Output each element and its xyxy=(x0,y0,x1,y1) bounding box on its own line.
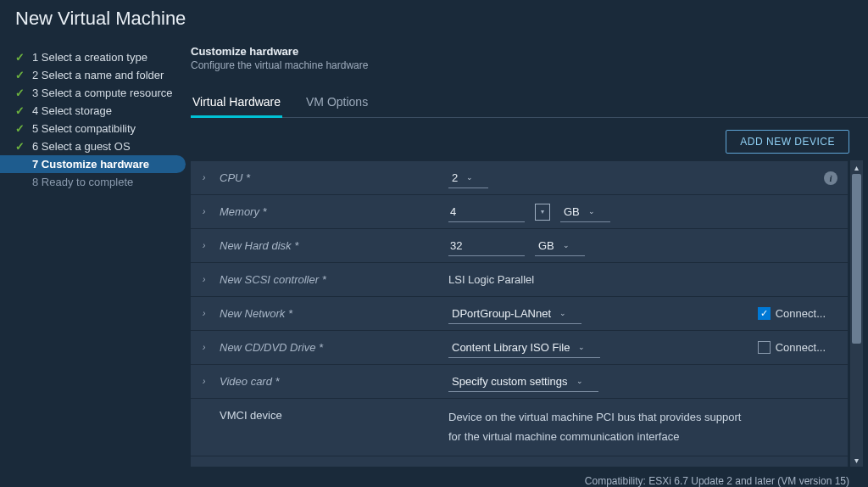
row-label: CPU * xyxy=(220,171,250,184)
row-hard-disk: ›New Hard disk * GB⌄ xyxy=(191,228,848,262)
check-icon: ✓ xyxy=(15,87,25,99)
chevron-down-icon: ⌄ xyxy=(559,309,566,317)
row-label: Video card * xyxy=(220,375,280,388)
wizard-step-3[interactable]: ✓3 Select a compute resource xyxy=(0,84,186,102)
check-icon: ✓ xyxy=(15,69,25,81)
row-video: ›Video card * Specify custom settings⌄ xyxy=(191,364,848,398)
add-new-device-button[interactable]: ADD NEW DEVICE xyxy=(726,130,849,154)
cdrom-connect-checkbox[interactable] xyxy=(758,341,771,354)
scsi-value: LSI Logic Parallel xyxy=(448,273,534,286)
wizard-step-4[interactable]: ✓4 Select storage xyxy=(0,102,186,120)
info-icon[interactable]: i xyxy=(824,171,837,185)
memory-stepper[interactable]: ▾ xyxy=(535,204,550,221)
compatibility-footer: Compatibility: ESXi 6.7 Update 2 and lat… xyxy=(191,467,868,487)
chevron-right-icon[interactable]: › xyxy=(203,173,211,182)
wizard-steps: ✓1 Select a creation type ✓2 Select a na… xyxy=(0,40,191,487)
select-value: DPortGroup-LANnet xyxy=(452,307,551,320)
row-label: New Network * xyxy=(220,307,292,320)
row-label: New SCSI controller * xyxy=(220,273,326,286)
row-scsi: ›New SCSI controller * LSI Logic Paralle… xyxy=(191,262,848,296)
section-title: Customize hardware xyxy=(191,40,868,59)
memory-input[interactable] xyxy=(448,202,525,222)
step-label: 7 Customize hardware xyxy=(32,158,149,171)
row-label: Memory * xyxy=(220,205,267,218)
scroll-thumb[interactable] xyxy=(852,174,861,344)
wizard-step-2[interactable]: ✓2 Select a name and folder xyxy=(0,66,186,84)
connect-label: Connect... xyxy=(776,341,826,354)
network-select[interactable]: DPortGroup-LANnet⌄ xyxy=(448,304,581,324)
row-cdrom: ›New CD/DVD Drive * Content Library ISO … xyxy=(191,330,848,364)
cpu-select[interactable]: 2⌄ xyxy=(448,168,488,188)
row-network: ›New Network * DPortGroup-LANnet⌄ ✓ Conn… xyxy=(191,296,848,330)
connect-label: Connect... xyxy=(776,307,826,320)
step-label: 8 Ready to complete xyxy=(32,176,133,188)
check-icon: ✓ xyxy=(15,104,25,117)
chevron-right-icon[interactable]: › xyxy=(203,377,211,386)
tab-vm-options[interactable]: VM Options xyxy=(304,87,370,117)
row-cpu: ›CPU * 2⌄ i xyxy=(191,160,848,194)
memory-unit-select[interactable]: GB⌄ xyxy=(560,202,610,222)
select-value: GB xyxy=(538,239,554,252)
wizard-step-7[interactable]: ✓7 Customize hardware xyxy=(0,155,186,173)
step-label: 1 Select a creation type xyxy=(32,51,147,64)
step-label: 2 Select a name and folder xyxy=(32,69,164,81)
row-label: VMCI device xyxy=(220,409,282,422)
dialog-title: New Virtual Machine xyxy=(0,0,868,40)
wizard-step-5[interactable]: ✓5 Select compatibility xyxy=(0,120,186,137)
check-icon: ✓ xyxy=(15,122,25,135)
row-label: New CD/DVD Drive * xyxy=(220,341,323,354)
chevron-down-icon: ⌄ xyxy=(576,377,583,385)
scroll-down-icon[interactable]: ▾ xyxy=(850,453,863,467)
chevron-right-icon[interactable]: › xyxy=(203,343,211,352)
row-vmci: ›VMCI device Device on the virtual machi… xyxy=(191,398,848,456)
chevron-down-icon: ⌄ xyxy=(588,207,595,216)
chevron-right-icon[interactable]: › xyxy=(203,241,211,250)
network-connect-checkbox[interactable]: ✓ xyxy=(758,307,771,320)
row-sata: ›New SATA Controller New SATA Controller xyxy=(191,456,848,467)
hardware-table: ›CPU * 2⌄ i ›Memory * ▾ GB⌄ xyxy=(191,160,848,467)
select-value: Specify custom settings xyxy=(452,375,568,388)
section-description: Configure the virtual machine hardware xyxy=(191,59,868,87)
vmci-description: Device on the virtual machine PCI bus th… xyxy=(448,404,836,451)
tab-bar: Virtual Hardware VM Options xyxy=(191,87,868,118)
step-label: 4 Select storage xyxy=(32,104,112,117)
check-icon: ✓ xyxy=(15,51,25,64)
chevron-down-icon: ⌄ xyxy=(466,173,473,182)
chevron-down-icon: ⌄ xyxy=(563,241,570,249)
step-label: 3 Select a compute resource xyxy=(32,87,172,99)
chevron-right-icon[interactable]: › xyxy=(203,207,211,216)
wizard-step-6[interactable]: ✓6 Select a guest OS xyxy=(0,137,186,155)
wizard-step-1[interactable]: ✓1 Select a creation type xyxy=(0,48,186,66)
row-memory: ›Memory * ▾ GB⌄ xyxy=(191,194,848,228)
select-value: Content Library ISO File xyxy=(452,341,570,354)
select-value: 2 xyxy=(452,171,458,184)
chevron-down-icon: ⌄ xyxy=(578,343,585,351)
step-label: 5 Select compatibility xyxy=(32,122,136,135)
cdrom-select[interactable]: Content Library ISO File⌄ xyxy=(448,338,600,358)
step-label: 6 Select a guest OS xyxy=(32,140,131,153)
row-label: New Hard disk * xyxy=(220,239,298,252)
scrollbar[interactable]: ▴ ▾ xyxy=(849,160,863,467)
disk-size-input[interactable] xyxy=(448,236,525,256)
tab-virtual-hardware[interactable]: Virtual Hardware xyxy=(191,87,282,117)
wizard-step-8[interactable]: ✓8 Ready to complete xyxy=(0,173,186,191)
disk-unit-select[interactable]: GB⌄ xyxy=(535,236,585,256)
check-icon: ✓ xyxy=(15,140,25,153)
scroll-up-icon[interactable]: ▴ xyxy=(850,160,863,174)
select-value: GB xyxy=(564,205,580,218)
video-select[interactable]: Specify custom settings⌄ xyxy=(448,372,598,392)
chevron-right-icon[interactable]: › xyxy=(203,309,211,318)
chevron-right-icon[interactable]: › xyxy=(203,275,211,284)
